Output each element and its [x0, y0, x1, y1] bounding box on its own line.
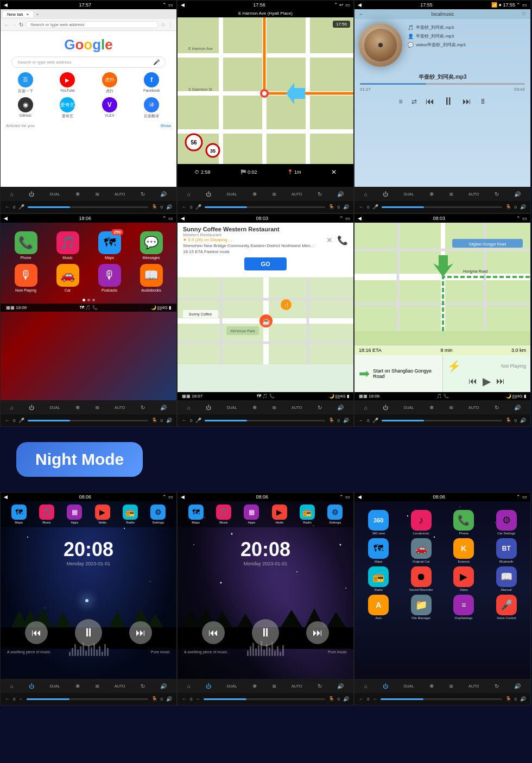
- mic-icon-9[interactable]: ←: [372, 696, 377, 702]
- temp-slider-5[interactable]: [205, 420, 325, 421]
- back-btn-6[interactable]: ◀: [358, 216, 362, 221]
- temp-slider-2[interactable]: [205, 206, 325, 208]
- night3-360view[interactable]: 360 360 view: [359, 510, 398, 535]
- night-app-radio-1[interactable]: 📻 Radio: [123, 505, 138, 524]
- home-icon-4[interactable]: ⌂: [10, 405, 14, 411]
- auto-label-8[interactable]: AUTO: [292, 684, 302, 688]
- auto-label-3[interactable]: AUTO: [468, 192, 479, 196]
- vol-icon-8[interactable]: 🔊: [343, 696, 349, 702]
- night-app-radio-2[interactable]: 📻 Radio: [300, 505, 315, 524]
- close-map-btn[interactable]: ✕: [331, 168, 337, 176]
- shortcut-facebook[interactable]: f Facebook: [132, 72, 172, 94]
- back-icon-9[interactable]: ←: [359, 696, 364, 702]
- night3-radio[interactable]: 📻 Radio: [359, 566, 398, 591]
- mic-icon-7[interactable]: ←: [18, 696, 23, 702]
- night3-video[interactable]: ▶ Video: [444, 566, 484, 591]
- vol-icon-1[interactable]: 🔊: [166, 204, 172, 210]
- back-btn-7[interactable]: ◀: [4, 494, 8, 500]
- fan-icon-7[interactable]: ≋: [95, 683, 99, 689]
- seat-icon-5[interactable]: 🪑: [328, 418, 334, 423]
- snowflake-icon-4[interactable]: ❄: [75, 405, 80, 411]
- nav-next-btn[interactable]: ⏭: [496, 376, 505, 386]
- back-btn-8[interactable]: ◀: [181, 494, 185, 500]
- fan-icon-6[interactable]: ≋: [449, 405, 453, 411]
- shortcut-vlex[interactable]: V VLEX: [90, 97, 129, 119]
- home-icon-5[interactable]: ⌂: [187, 405, 191, 411]
- volume-icon-9[interactable]: 🔊: [514, 683, 521, 689]
- playlist-item-2[interactable]: 👤 半壶纱_刘珂矣.mp3: [408, 32, 526, 41]
- volume-icon-4[interactable]: 🔊: [160, 405, 167, 411]
- nav-back[interactable]: ←: [4, 22, 9, 28]
- carplay-music[interactable]: 🎵 Music: [49, 231, 86, 260]
- auto-label-9[interactable]: AUTO: [468, 684, 479, 688]
- power-icon-7[interactable]: ⏻: [29, 683, 34, 689]
- night-app-vedio-1[interactable]: ▶ Vedio: [95, 505, 110, 524]
- show-label[interactable]: Show: [160, 123, 171, 128]
- home-icon-6[interactable]: ⌂: [364, 405, 368, 411]
- fan-icon-5[interactable]: ≋: [272, 405, 276, 411]
- night3-avin[interactable]: A Avin: [359, 595, 398, 620]
- back-icon-8[interactable]: ←: [182, 696, 187, 702]
- google-search-box[interactable]: Search or type web address 🎤: [11, 56, 166, 68]
- snowflake-icon-8[interactable]: ❄: [252, 683, 257, 689]
- mic-icon-8[interactable]: ←: [195, 696, 200, 702]
- url-bar[interactable]: Search or type web address: [26, 21, 159, 28]
- carplay-car[interactable]: 🚗 Car: [49, 264, 86, 292]
- night3-bluetooth[interactable]: BT Bluetooth: [487, 538, 527, 563]
- auto-label-1[interactable]: AUTO: [115, 192, 125, 196]
- fan-icon-3[interactable]: ≋: [449, 191, 453, 197]
- seat-icon-8[interactable]: 🪑: [328, 696, 334, 702]
- mic-icon-2[interactable]: 🎤: [195, 204, 201, 210]
- snowflake-icon-7[interactable]: ❄: [75, 683, 80, 689]
- add-tab-btn[interactable]: ＋: [35, 11, 40, 17]
- auto-label-6[interactable]: AUTO: [468, 406, 479, 409]
- night3-localmusic[interactable]: ♪ Localmusic: [402, 510, 441, 535]
- back-btn-2[interactable]: ◀: [181, 2, 185, 8]
- back-icon-7[interactable]: ←: [5, 696, 10, 702]
- carplay-podcasts[interactable]: 🎙 Podcasts: [91, 264, 128, 292]
- shortcut-hupu[interactable]: 虎扑 虎扑: [90, 72, 129, 94]
- home-icon-1[interactable]: ⌂: [10, 191, 14, 197]
- arrow-icon-9[interactable]: ↻: [495, 683, 499, 689]
- next-btn[interactable]: ⏭: [463, 97, 471, 106]
- night3-maps[interactable]: 🗺 Maps: [359, 538, 398, 563]
- music-heart-btn[interactable]: ♡: [522, 11, 526, 17]
- volume-icon-6[interactable]: 🔊: [514, 405, 521, 411]
- night-app-music-1[interactable]: 🎵 Music: [39, 505, 54, 524]
- night3-voicecontrol[interactable]: 🎤 Voice Control: [487, 595, 527, 620]
- back-icon-3[interactable]: ←: [359, 204, 364, 210]
- mic-icon-3[interactable]: 🎤: [372, 204, 378, 210]
- carplay-audiobooks[interactable]: 📖 Audiobooks: [132, 264, 170, 292]
- music-back-btn[interactable]: ←: [359, 11, 364, 17]
- volume-icon-8[interactable]: 🔊: [337, 683, 344, 689]
- playlist-item-3[interactable]: 💬 video/半壶纱_刘珂矣.mp3: [408, 41, 526, 49]
- night-app-vedio-2[interactable]: ▶ Vedio: [272, 505, 287, 524]
- arrow-icon-2[interactable]: ↻: [318, 191, 322, 197]
- nav-refresh[interactable]: ↻: [19, 22, 23, 28]
- auto-label-2[interactable]: AUTO: [292, 192, 302, 196]
- night-app-maps-2[interactable]: 🗺 Maps: [188, 505, 204, 524]
- vol-icon-3[interactable]: 🔊: [520, 204, 526, 210]
- snowflake-icon-6[interactable]: ❄: [429, 405, 434, 411]
- arrow-icon-8[interactable]: ↻: [318, 683, 322, 689]
- playlist-btn[interactable]: ≡: [398, 98, 402, 105]
- temp-slider-9[interactable]: [381, 698, 502, 700]
- snowflake-icon-1[interactable]: ❄: [75, 191, 80, 197]
- back-icon-6[interactable]: ←: [359, 418, 364, 423]
- fan-icon-4[interactable]: ≋: [95, 405, 99, 411]
- temp-slider-1[interactable]: [28, 206, 148, 208]
- poi-phone-icon[interactable]: 📞: [337, 235, 348, 245]
- arrow-icon-4[interactable]: ↻: [141, 405, 145, 411]
- volume-icon-7[interactable]: 🔊: [160, 683, 167, 689]
- power-icon-9[interactable]: ⏻: [383, 683, 388, 689]
- vol-icon-2[interactable]: 🔊: [343, 204, 349, 210]
- night-next-btn-1[interactable]: ⏭: [129, 621, 152, 644]
- power-icon-5[interactable]: ⏻: [206, 405, 211, 411]
- shortcut-baidu[interactable]: 百 百度一下: [6, 72, 45, 94]
- nav-forward[interactable]: →: [11, 22, 17, 28]
- bookmark-icon[interactable]: ☆: [161, 22, 166, 28]
- back-icon-4[interactable]: ←: [5, 418, 10, 423]
- night-pause-btn-1[interactable]: ⏸: [75, 619, 102, 646]
- arrow-icon-6[interactable]: ↻: [495, 405, 499, 411]
- temp-slider-6[interactable]: [382, 420, 502, 421]
